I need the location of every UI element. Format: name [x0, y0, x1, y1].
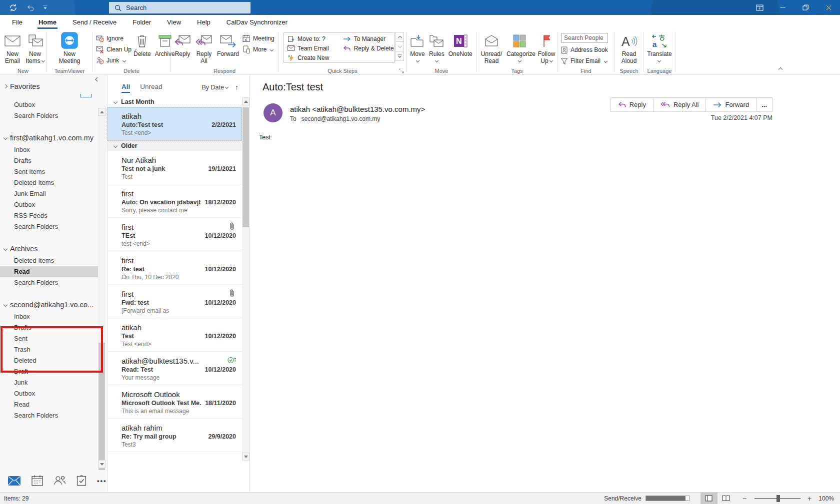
chevron-down-icon[interactable]	[4, 247, 8, 251]
search-people-input[interactable]	[561, 33, 608, 43]
quick-steps-more[interactable]	[396, 51, 404, 61]
rules-button[interactable]: Rules	[427, 30, 446, 65]
chevron-down-icon[interactable]	[4, 303, 8, 307]
delete-button[interactable]: Delete	[132, 30, 153, 58]
sidebar-item-drafts[interactable]: Drafts	[0, 322, 99, 333]
scrollbar-thumb[interactable]	[242, 107, 249, 227]
list-item[interactable]: atikahAuto:Test test2/2/2021Test <end>	[108, 107, 242, 140]
new-meeting-teamviewer-button[interactable]: New Meeting	[56, 30, 84, 65]
quick-steps-scroll-down[interactable]	[396, 41, 404, 51]
scroll-down-arrow[interactable]	[98, 460, 106, 468]
quick-step-team-email[interactable]: Team Email	[286, 43, 342, 53]
sidebar-item-junk[interactable]: Junk	[0, 377, 99, 388]
sidebar-item-read[interactable]: Read	[0, 399, 99, 410]
zoom-in-button[interactable]: +	[808, 495, 812, 503]
tab-send-receive[interactable]: Send / Receive	[64, 15, 124, 29]
zoom-slider[interactable]	[754, 498, 800, 499]
scrollbar-thumb[interactable]	[98, 343, 105, 470]
zoom-out-button[interactable]: −	[742, 495, 746, 503]
sidebar-item-partial[interactable]: Junk	[0, 93, 99, 97]
minimize-button[interactable]	[771, 0, 794, 15]
reply-action-button[interactable]: Reply	[610, 97, 654, 112]
sort-by-dropdown[interactable]: By Date	[202, 84, 228, 91]
new-email-button[interactable]: New Email	[2, 30, 24, 65]
unread-read-button[interactable]: Unread/ Read	[478, 30, 504, 65]
chevron-right-icon[interactable]	[4, 84, 8, 88]
scroll-up-arrow[interactable]	[98, 108, 106, 116]
tab-home[interactable]: Home	[30, 15, 64, 29]
categorize-button[interactable]: Categorize	[504, 30, 534, 65]
tab-file[interactable]: File	[4, 15, 30, 29]
tab-unread[interactable]: Unread	[140, 83, 162, 92]
chevron-down-icon[interactable]	[114, 144, 118, 148]
message-sender[interactable]: atikah <atikah@bulktest135.vo.com.my>	[290, 105, 425, 113]
ribbon-display-options-button[interactable]	[748, 0, 771, 15]
reply-all-action-button[interactable]: Reply All	[653, 97, 706, 112]
undo-icon[interactable]	[26, 4, 34, 11]
junk-button[interactable]: Junk	[94, 55, 132, 66]
sidebar-section-favorites[interactable]: Favorites	[0, 80, 99, 93]
sidebar-item-inbox[interactable]: Inbox	[0, 311, 99, 322]
restore-button[interactable]	[794, 0, 817, 15]
folder-pane-scrollbar[interactable]	[98, 108, 106, 468]
sidebar-item-sent[interactable]: Sent	[0, 333, 99, 344]
customize-toolbar-icon[interactable]	[43, 5, 48, 9]
list-item[interactable]: atikah rahimRe: Try mail group29/9/2020T…	[108, 419, 242, 452]
sidebar-item-deleted[interactable]: Deleted	[0, 355, 99, 366]
list-item[interactable]: firstAuto: On vacation jdsbavjb...18/12/…	[108, 184, 242, 218]
quick-step-create-new[interactable]: Create New	[286, 53, 342, 62]
more-respond-button[interactable]: More	[241, 44, 277, 55]
meeting-button[interactable]: Meeting	[241, 33, 277, 44]
email-group-header[interactable]: Last Month	[108, 96, 242, 107]
list-item[interactable]: atikahTest10/12/2020Test <end>	[108, 318, 242, 352]
sidebar-item-search-folders[interactable]: Search Folders	[0, 221, 99, 232]
sidebar-item-sent-items[interactable]: Sent Items	[0, 166, 99, 177]
sidebar-item-search-folders[interactable]: Search Folders	[0, 277, 99, 288]
quick-steps-dialog-launcher[interactable]	[399, 68, 404, 73]
sidebar-account-second-atikahg1-vo-co-[interactable]: second@atikahg1.vo.co...	[0, 298, 99, 311]
scroll-down-arrow[interactable]	[242, 453, 250, 461]
chevron-down-icon[interactable]	[4, 136, 8, 140]
more-actions-button[interactable]: ...	[756, 97, 772, 112]
search-box[interactable]: Search	[109, 2, 250, 13]
list-item[interactable]: firstRe: test10/12/2020On Thu, 10 Dec 20…	[108, 251, 242, 285]
new-items-button[interactable]: New Items	[24, 30, 46, 65]
sidebar-item-deleted-items[interactable]: Deleted Items	[0, 177, 99, 188]
sidebar-item-search-folders[interactable]: Search Folders	[0, 410, 99, 421]
follow-up-button[interactable]: Follow Up	[534, 30, 558, 65]
sort-direction-icon[interactable]: ↑	[235, 83, 238, 91]
sidebar-item-draft[interactable]: Draft	[0, 366, 99, 377]
zoom-level[interactable]: 100%	[818, 495, 834, 502]
zoom-slider-thumb[interactable]	[776, 495, 780, 502]
quick-steps-scroll-up[interactable]	[396, 32, 404, 42]
forward-button[interactable]: Forward	[215, 30, 241, 58]
list-item[interactable]: firstTEst10/12/2020test <end>	[108, 218, 242, 251]
tab-help[interactable]: Help	[189, 15, 218, 29]
read-aloud-button[interactable]: A Read Aloud	[618, 30, 640, 65]
people-module-icon[interactable]	[54, 476, 66, 486]
list-item[interactable]: atikah@bulktest135.v...Read: Test10/12/2…	[108, 352, 242, 385]
translate-button[interactable]: a Translate	[645, 30, 674, 65]
forward-action-button[interactable]: Forward	[706, 97, 756, 112]
list-item[interactable]: firstFwd: test10/12/2020[Forward email a…	[108, 285, 242, 318]
filter-email-button[interactable]: Filter Email	[559, 55, 610, 66]
normal-view-button[interactable]	[700, 493, 718, 504]
message-list-scrollbar[interactable]	[242, 97, 250, 461]
sidebar-item-junk-email[interactable]: Junk Email	[0, 188, 99, 199]
email-group-header[interactable]: Older	[108, 140, 242, 151]
quick-step-reply-delete[interactable]: Reply & Delete	[342, 43, 394, 53]
collapse-ribbon-icon[interactable]	[779, 65, 782, 72]
quick-step-move-to[interactable]: Move to: ?	[286, 34, 342, 43]
sidebar-item-trash[interactable]: Trash	[0, 344, 99, 355]
clean-up-button[interactable]: Clean Up	[94, 44, 132, 55]
close-button[interactable]	[817, 0, 840, 15]
move-button[interactable]: Move	[408, 30, 427, 65]
chevron-down-icon[interactable]	[114, 99, 118, 103]
scroll-up-arrow[interactable]	[242, 97, 250, 105]
quick-step-to-manager[interactable]: To Manager	[342, 34, 394, 43]
sidebar-account-archives[interactable]: Archives	[0, 242, 99, 255]
send-receive-icon[interactable]	[9, 3, 18, 12]
list-item[interactable]: Nur AtikahTest not a junk19/1/2021Test	[108, 151, 242, 184]
sidebar-item-read[interactable]: Read	[0, 266, 99, 277]
tasks-module-icon[interactable]	[76, 475, 86, 486]
